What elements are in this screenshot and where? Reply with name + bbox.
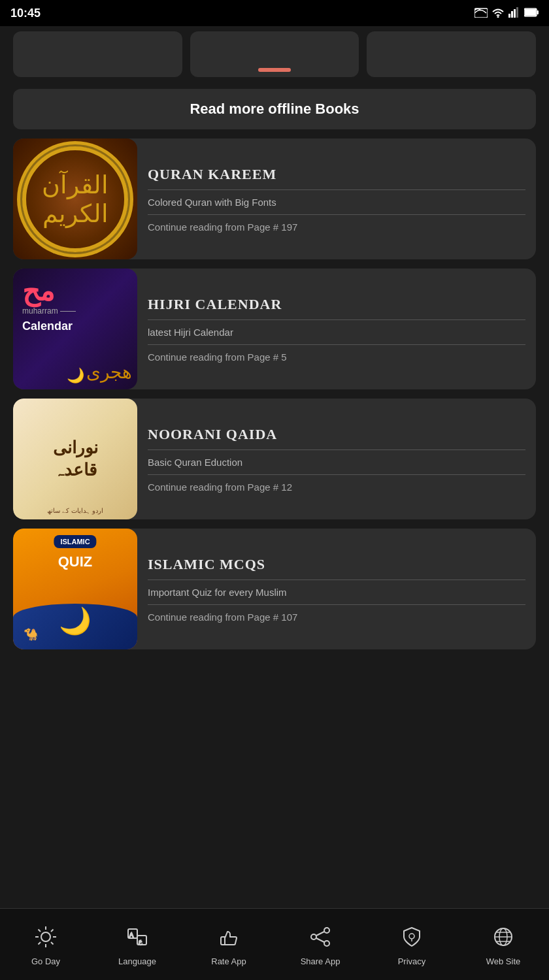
svg-point-22 <box>324 928 329 933</box>
top-partial-cards <box>0 31 549 77</box>
divider8 <box>148 604 525 605</box>
hijri-calendar-label: Calendar <box>22 319 73 333</box>
book-progress-quran: Continue reading from Page # 197 <box>148 221 525 233</box>
divider2 <box>148 214 525 215</box>
svg-rect-4 <box>514 9 516 18</box>
mcqs-badge: ISLAMIC <box>54 535 96 548</box>
nav-item-privacy[interactable]: Privacy <box>366 923 458 966</box>
hijri-cover-content: مح muharram —— Calendar هجری 🌙 <box>13 269 137 389</box>
share-icon <box>306 923 335 951</box>
svg-point-27 <box>409 934 414 939</box>
globe-icon <box>489 923 518 951</box>
nav-item-go-day[interactable]: Go Day <box>0 923 92 966</box>
nav-item-rate-app[interactable]: Rate App <box>183 923 274 966</box>
thumbs-up-icon <box>214 923 243 951</box>
divider1 <box>148 189 525 190</box>
nav-label-go-day: Go Day <box>31 956 60 966</box>
status-time: 10:45 <box>10 7 41 20</box>
battery-icon <box>524 8 539 19</box>
nav-item-web-site[interactable]: Web Site <box>458 923 549 966</box>
book-title-noorani: Noorani Qaida <box>148 426 525 443</box>
nav-label-language: Language <box>118 956 156 966</box>
sun-icon <box>31 923 60 951</box>
mcqs-moon: 🌙 <box>59 606 92 636</box>
svg-line-17 <box>39 942 41 945</box>
book-card-noorani[interactable]: نورانیقاعدہ اردو ہدایات کے ساتھ Noorani … <box>13 399 536 519</box>
status-icons <box>474 7 539 20</box>
wifi-icon <box>491 7 505 20</box>
hijri-muharram: muharram —— <box>22 306 76 316</box>
quran-cover-arabic: القرآنالكريم <box>42 171 108 228</box>
book-title-mcqs: Islamic MCQS <box>148 556 525 573</box>
partial-card-tab <box>258 68 291 72</box>
divider4 <box>148 344 525 345</box>
svg-line-15 <box>51 942 54 945</box>
partial-card-right <box>367 31 536 77</box>
divider3 <box>148 319 525 320</box>
nav-label-web-site: Web Site <box>486 956 521 966</box>
mcqs-quiz-label: QUIZ <box>58 553 93 570</box>
hijri-pj-logo: مح <box>22 278 55 305</box>
book-card-hijri[interactable]: مح muharram —— Calendar هجری 🌙 Hijri Cal… <box>13 269 536 389</box>
mcqs-camel: 🐪 <box>24 627 38 642</box>
translate-icon: Aع <box>123 923 152 951</box>
book-info-quran: Quran Kareem Colored Quran with Big Font… <box>137 139 536 259</box>
book-progress-hijri: Continue reading from Page # 5 <box>148 351 525 363</box>
noorani-cover-inner: نورانیقاعدہ اردو ہدایات کے ساتھ <box>40 399 111 519</box>
book-progress-mcqs: Continue reading from Page # 107 <box>148 612 525 623</box>
cast-icon <box>474 7 488 20</box>
svg-rect-5 <box>516 7 518 18</box>
book-title-quran: Quran Kareem <box>148 166 525 183</box>
svg-rect-7 <box>525 9 536 16</box>
svg-line-25 <box>316 932 324 936</box>
nav-label-rate-app: Rate App <box>211 956 246 966</box>
svg-line-26 <box>316 938 324 942</box>
svg-point-9 <box>41 932 50 941</box>
book-cover-noorani: نورانیقاعدہ اردو ہدایات کے ساتھ <box>13 399 137 519</box>
svg-point-1 <box>497 16 499 18</box>
book-list: القرآنالكريم Quran Kareem Colored Quran … <box>0 139 549 649</box>
book-info-noorani: Noorani Qaida Basic Quran Eduction Conti… <box>137 399 536 519</box>
svg-point-23 <box>311 934 316 939</box>
book-title-hijri: Hijri Calendar <box>148 296 525 313</box>
book-card-quran-kareem[interactable]: القرآنالكريم Quran Kareem Colored Quran … <box>13 139 536 259</box>
partial-card-middle <box>190 31 359 77</box>
hijri-moon-icon: 🌙 <box>67 367 84 384</box>
book-cover-quran: القرآنالكريم <box>13 139 137 259</box>
signal-icon <box>508 7 520 20</box>
nav-label-privacy: Privacy <box>398 956 426 966</box>
book-card-mcqs[interactable]: ISLAMIC QUIZ 🌙 🐪 Islamic MCQS Important … <box>13 529 536 649</box>
nav-label-share-app: Share App <box>301 956 341 966</box>
svg-text:A: A <box>129 932 133 938</box>
bottom-nav: Go Day Aع Language Rate App Share App Pr… <box>0 908 549 980</box>
nav-item-language[interactable]: Aع Language <box>92 923 183 966</box>
book-cover-mcqs: ISLAMIC QUIZ 🌙 🐪 <box>13 529 137 649</box>
book-subtitle-noorani: Basic Quran Eduction <box>148 457 525 468</box>
svg-rect-3 <box>511 11 513 18</box>
noorani-subtitle: اردو ہدایات کے ساتھ <box>13 507 137 514</box>
divider7 <box>148 580 525 580</box>
status-bar: 10:45 <box>0 0 549 26</box>
svg-point-24 <box>324 941 329 946</box>
nav-item-share-app[interactable]: Share App <box>274 923 366 966</box>
book-info-hijri: Hijri Calendar latest Hijri Calendar Con… <box>137 269 536 389</box>
book-subtitle-hijri: latest Hijri Calendar <box>148 327 525 338</box>
svg-rect-2 <box>508 14 510 18</box>
shield-icon <box>397 923 426 951</box>
book-cover-hijri: مح muharram —— Calendar هجری 🌙 <box>13 269 137 389</box>
book-progress-noorani: Continue reading from Page # 12 <box>148 482 525 493</box>
svg-rect-8 <box>537 10 539 14</box>
divider6 <box>148 474 525 475</box>
noorani-arabic-text: نورانیقاعدہ <box>46 431 105 488</box>
divider5 <box>148 449 525 450</box>
svg-line-14 <box>39 930 41 932</box>
section-header-text: Read more offline Books <box>190 101 359 117</box>
section-header: Read more offline Books <box>13 89 536 129</box>
book-info-mcqs: Islamic MCQS Important Quiz for every Mu… <box>137 529 536 649</box>
book-subtitle-mcqs: Important Quiz for every Muslim <box>148 587 525 598</box>
partial-card-left <box>13 31 182 77</box>
book-subtitle-quran: Colored Quran with Big Fonts <box>148 197 525 208</box>
hijri-arabic-text: هجری <box>86 361 132 383</box>
svg-line-16 <box>51 930 54 932</box>
